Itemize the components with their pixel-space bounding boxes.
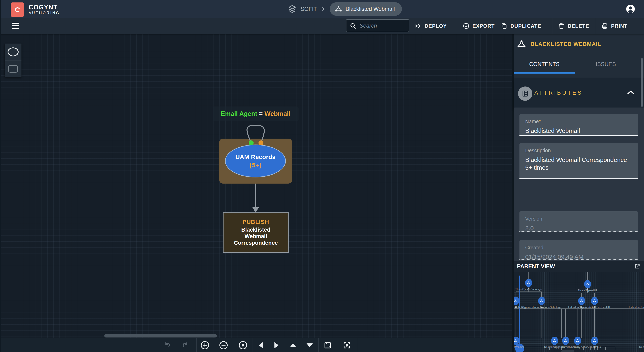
rectangle-tool[interactable] [5,60,22,77]
export-icon [462,22,470,29]
delete-button[interactable]: DELETE [558,18,589,34]
created-field-value: 01/15/2024 09:49 AM [525,253,632,261]
zoom-reset-button[interactable] [238,341,248,350]
attributes-fields: Name* Blacklisted Webmail Description Bl… [514,107,644,261]
minimap-node[interactable]: listed Webmail [514,337,524,349]
app-header: C COGYNT AUTHORING SOFIT [0,0,644,18]
model-icon [538,297,545,305]
sidebar-scrollbar[interactable] [641,58,643,107]
pan-right-button[interactable] [274,342,278,348]
minimap-node[interactable]: Organizational Factors-Sabotage [522,297,562,309]
pan-left-button[interactable] [259,342,263,348]
duplicate-button[interactable]: DUPLICATE [501,18,541,34]
deploy-button[interactable]: DEPLOY [415,18,447,34]
model-icon [591,337,598,345]
app-logo: C COGYNT AUTHORING [11,2,60,17]
minimap-node[interactable]: ThreatType--Sabotage [515,279,542,291]
model-icon [514,297,519,305]
fit-view-button[interactable] [324,341,332,349]
description-value-line1: Blacklisted Webmail Correspondence [525,156,632,164]
minimap-node-label: ThreatType--UIT [578,289,597,292]
version-field: Version 2.0 [520,211,638,232]
model-icon [574,337,581,345]
focus-selection-button[interactable] [343,341,351,349]
minimap-scrollbar[interactable] [562,350,574,352]
print-icon [601,22,608,29]
model-icon [525,279,532,287]
delete-icon [558,22,565,29]
attributes-section-header[interactable]: ATTRIBUTES [514,78,644,107]
search-box[interactable] [346,19,409,32]
details-panel-header: BLACKLISTED WEBMAIL [514,34,644,54]
parent-view-header: PARENT VIEW [514,261,644,272]
parent-view-title: PARENT VIEW [517,263,555,270]
zoom-out-button[interactable] [219,341,228,350]
logo-letter: C [15,6,20,14]
minimap-node[interactable]: Disciplinary Action [567,337,588,349]
breadcrumb: SOFIT Blacklisted Webmail [288,0,402,18]
ellipse-tool-icon [8,47,18,56]
toolbar-separator [596,18,596,34]
model-icon [591,297,598,305]
details-panel-title: BLACKLISTED WEBMAIL [530,41,601,47]
logo-subtitle: AUTHORING [29,11,60,15]
uam-records-node[interactable]: UAM Records [5+] [225,144,286,177]
pan-down-button[interactable] [306,344,313,347]
required-marker: * [539,119,541,124]
ellipse-tool[interactable] [5,43,22,60]
active-tab-indicator [514,72,575,74]
breadcrumb-current: Blacklisted Webmail [346,6,395,12]
export-button[interactable]: EXPORT [462,18,495,34]
canvas-horizontal-scrollbar[interactable] [104,334,217,338]
minimap-node-label: Disciplinary Action [567,346,588,349]
minimap-node-label: ThreatType--Sabotage [515,288,542,291]
canvas-controls-bar [0,338,512,352]
minimap-node[interactable]: ThreatType--UIT [578,280,597,292]
minimap-node[interactable]: Individual Fa [629,297,644,309]
logo-title: COGYNT [29,4,60,11]
attributes-icon [518,86,532,101]
print-button[interactable]: PRINT [601,18,628,34]
created-field-label: Created [525,245,632,251]
toolbar-separator [552,18,553,34]
zoom-in-button[interactable] [200,341,210,350]
name-field-label: Name [525,119,539,124]
version-field-value: 2.0 [525,224,632,232]
window-edge [0,0,1,352]
name-field[interactable]: Name* Blacklisted Webmail [520,114,638,136]
search-input[interactable] [359,22,401,29]
open-in-new-icon[interactable] [634,263,640,269]
account-button[interactable] [626,4,635,13]
breadcrumb-current-pill[interactable]: Blacklisted Webmail [330,2,402,16]
model-icon [514,337,519,345]
rectangle-tool-icon [8,65,18,72]
edge-condition-label[interactable]: Email Agent = Webmail [213,106,298,121]
minimap-node[interactable]: Job Status [588,337,601,349]
uam-node-title: UAM Records [236,153,276,160]
publish-node[interactable]: PUBLISH Blacklisted Webmail Corresponden… [223,212,289,253]
description-field[interactable]: Description Blacklisted Webmail Correspo… [520,143,638,179]
menu-icon[interactable] [12,23,19,29]
minimap-node[interactable]: Rec [638,337,644,349]
collapse-section-icon[interactable] [627,90,634,95]
created-field: Created 01/15/2024 09:49 AM [520,240,638,260]
minimap-node[interactable]: Organizational Factors-UIT [578,297,610,309]
redo-button[interactable] [181,341,189,349]
parent-view-minimap[interactable]: ThreatType--SabotageThreatType--UITlFact… [514,272,644,352]
description-value-line2: 5+ times [525,164,632,171]
model-icon [517,40,526,49]
name-field-value: Blacklisted Webmail [525,127,632,135]
model-canvas[interactable]: Email Agent = Webmail UAM Records [5+] P… [0,34,512,338]
uam-node-badge: [5+] [250,162,261,169]
pan-up-button[interactable] [290,344,296,347]
breadcrumb-project[interactable]: SOFIT [301,6,317,12]
undo-button[interactable] [164,341,172,349]
version-field-label: Version [525,216,632,222]
details-panel: BLACKLISTED WEBMAIL CONTENTS ISSUES ATTR… [512,34,644,352]
publish-node-kicker: PUBLISH [242,219,269,225]
minimap-node-label: Job Status [588,346,601,349]
tab-contents[interactable]: CONTENTS [514,54,575,74]
shape-palette [5,43,22,77]
attributes-section-title: ATTRIBUTES [534,78,583,107]
tab-issues[interactable]: ISSUES [575,54,636,74]
